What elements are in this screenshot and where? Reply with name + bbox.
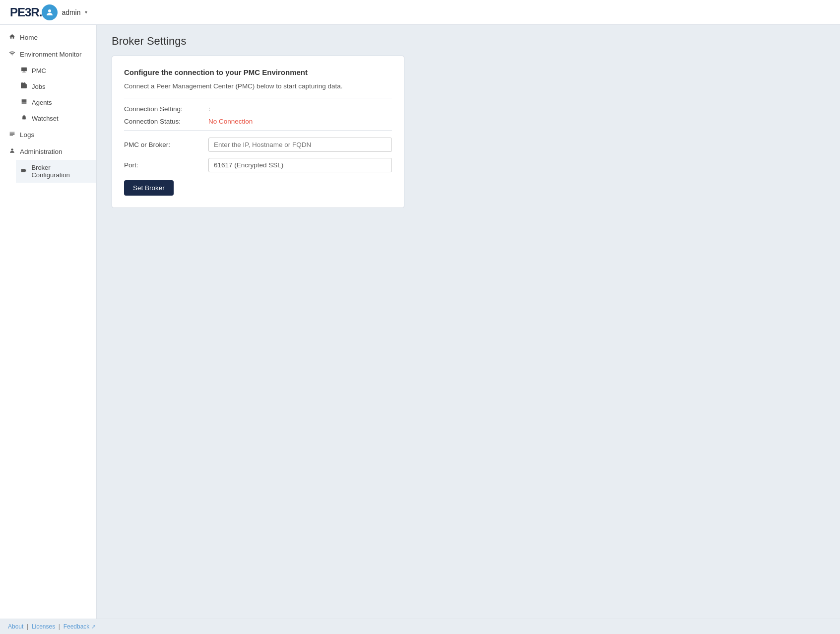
sidebar-item-environment-monitor[interactable]: Environment Monitor	[0, 46, 96, 63]
set-broker-button[interactable]: Set Broker	[124, 180, 174, 196]
sidebar-logs-label: Logs	[20, 131, 34, 139]
svg-rect-1	[21, 68, 27, 71]
connection-setting-label: Connection Setting:	[124, 105, 208, 113]
feedback-icon: ↗	[91, 624, 96, 630]
card-heading: Configure the connection to your PMC Env…	[124, 68, 392, 76]
svg-rect-3	[22, 72, 26, 72]
monitor-icon	[8, 50, 16, 58]
card-divider	[124, 98, 392, 98]
sidebar: Home Environment Monitor PMC Jobs	[0, 25, 97, 619]
agents-icon	[20, 98, 28, 106]
navbar: PE3R. admin ▾	[0, 0, 840, 25]
user-menu[interactable]: admin ▾	[42, 4, 87, 20]
connection-setting-row: Connection Setting: :	[124, 105, 392, 113]
logs-icon	[8, 131, 16, 139]
pmc-icon	[20, 67, 28, 74]
connection-status-label: Connection Status:	[124, 118, 208, 125]
licenses-link[interactable]: Licenses	[32, 623, 55, 630]
sidebar-item-administration[interactable]: Administration	[0, 143, 96, 160]
pmc-broker-row: PMC or Broker:	[124, 138, 392, 152]
sidebar-watchset-label: Watchset	[32, 115, 59, 122]
sidebar-env-monitor-label: Environment Monitor	[20, 51, 82, 58]
pmc-broker-input[interactable]	[208, 138, 392, 152]
jobs-icon	[20, 82, 28, 90]
username-label: admin	[62, 8, 80, 16]
sidebar-pmc-label: PMC	[32, 67, 46, 74]
sidebar-item-agents[interactable]: Agents	[16, 94, 96, 110]
page-title: Broker Settings	[112, 35, 825, 48]
connection-status-row: Connection Status: No Connection	[124, 118, 392, 125]
sidebar-jobs-label: Jobs	[32, 83, 45, 90]
app-logo: PE3R.	[10, 5, 42, 19]
chevron-down-icon: ▾	[85, 9, 87, 15]
watchset-icon	[20, 114, 28, 122]
sidebar-item-jobs[interactable]: Jobs	[16, 78, 96, 94]
card-subtext: Connect a Peer Management Center (PMC) b…	[124, 82, 392, 90]
svg-rect-2	[23, 71, 25, 72]
broker-config-icon	[20, 167, 27, 175]
svg-point-0	[48, 9, 51, 12]
about-link[interactable]: About	[8, 623, 23, 630]
sidebar-item-pmc[interactable]: PMC	[16, 63, 96, 78]
sidebar-home-label: Home	[20, 34, 38, 41]
sidebar-item-logs[interactable]: Logs	[0, 126, 96, 143]
sidebar-broker-config-label: Broker Configuration	[31, 164, 88, 179]
connection-status-value: No Connection	[208, 118, 253, 125]
home-icon	[8, 33, 16, 41]
port-label: Port:	[124, 161, 208, 169]
form-divider	[124, 130, 392, 131]
sidebar-item-watchset[interactable]: Watchset	[16, 110, 96, 126]
main-content: Broker Settings Configure the connection…	[97, 25, 840, 619]
port-row: Port:	[124, 158, 392, 172]
svg-point-4	[11, 148, 13, 150]
broker-settings-card: Configure the connection to your PMC Env…	[112, 56, 404, 208]
footer: About | Licenses | Feedback ↗	[0, 619, 840, 634]
sidebar-admin-label: Administration	[20, 148, 63, 155]
sidebar-agents-label: Agents	[32, 99, 52, 106]
admin-icon	[8, 147, 16, 155]
sidebar-item-broker-configuration[interactable]: Broker Configuration	[16, 160, 96, 183]
pmc-broker-label: PMC or Broker:	[124, 141, 208, 148]
port-input[interactable]	[208, 158, 392, 172]
connection-setting-value: :	[208, 105, 210, 113]
avatar	[42, 4, 58, 20]
sidebar-item-home[interactable]: Home	[0, 29, 96, 46]
feedback-link[interactable]: Feedback ↗	[64, 623, 96, 630]
